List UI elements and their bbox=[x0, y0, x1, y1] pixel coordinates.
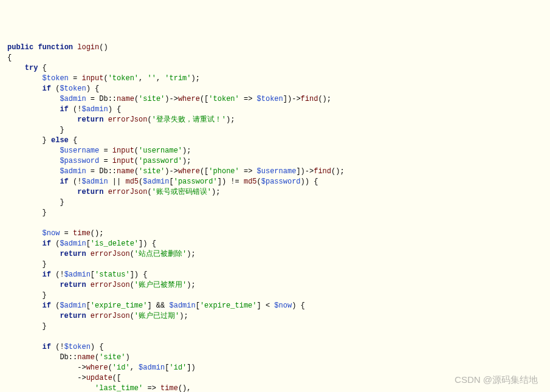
token-plain: ([ bbox=[200, 167, 208, 176]
token-k: public bbox=[7, 43, 33, 52]
token-k: try bbox=[25, 64, 38, 72]
token-v: $admin bbox=[60, 95, 86, 103]
token-plain: ); bbox=[187, 250, 195, 258]
token-plain: ( bbox=[134, 146, 139, 155]
token-plain: ( bbox=[51, 301, 60, 310]
token-plain bbox=[7, 64, 25, 72]
token-plain bbox=[7, 177, 60, 186]
token-v: $token bbox=[64, 343, 91, 351]
token-plain bbox=[103, 188, 108, 196]
token-f: where bbox=[178, 95, 200, 103]
token-plain: { bbox=[7, 53, 12, 62]
token-v: $password bbox=[261, 177, 301, 186]
token-f: update bbox=[86, 374, 112, 382]
token-plain: [ bbox=[170, 177, 174, 186]
token-plain: ( bbox=[130, 250, 134, 258]
token-f: md5 bbox=[125, 177, 139, 186]
token-v: $now bbox=[43, 229, 60, 238]
token-plain: = bbox=[69, 74, 82, 83]
token-plain: (); bbox=[91, 229, 104, 238]
token-v: $token bbox=[43, 74, 69, 83]
code-block: public function login() { try { $token =… bbox=[0, 41, 550, 392]
token-plain: ); bbox=[226, 115, 235, 124]
token-plain: { bbox=[38, 64, 46, 72]
token-s: 'site' bbox=[139, 95, 165, 103]
token-k: if bbox=[43, 301, 51, 310]
token-r: return bbox=[77, 115, 103, 124]
token-f: where bbox=[178, 167, 200, 176]
token-plain: ( bbox=[257, 177, 261, 186]
token-plain: } bbox=[7, 126, 64, 134]
token-k: if bbox=[60, 105, 68, 114]
token-plain bbox=[7, 146, 60, 155]
token-plain: = Db:: bbox=[86, 95, 117, 103]
token-plain: ); bbox=[182, 157, 191, 165]
token-k: if bbox=[43, 343, 51, 351]
token-v: $admin bbox=[64, 270, 91, 279]
token-v: $username bbox=[60, 146, 99, 155]
token-plain bbox=[86, 250, 91, 258]
token-plain: } bbox=[7, 208, 47, 217]
token-plain: ( bbox=[103, 74, 108, 83]
token-plain bbox=[7, 281, 60, 289]
token-plain: -> bbox=[7, 363, 86, 372]
token-v: $admin bbox=[139, 363, 165, 372]
token-plain bbox=[86, 281, 91, 289]
token-k: if bbox=[43, 270, 51, 279]
token-plain: } bbox=[7, 198, 64, 207]
token-s: '账户已被禁用' bbox=[134, 281, 187, 289]
token-plain bbox=[7, 188, 77, 196]
token-f: input bbox=[112, 157, 134, 165]
token-plain: { bbox=[69, 136, 77, 145]
token-f: errorJson bbox=[91, 250, 130, 258]
token-f: where bbox=[86, 363, 108, 372]
token-v: $now bbox=[274, 301, 292, 310]
token-plain: ]) bbox=[187, 363, 195, 372]
token-plain: ]) { bbox=[130, 270, 148, 279]
token-f: name bbox=[77, 353, 95, 362]
token-plain: ); bbox=[187, 281, 195, 289]
token-s: 'site' bbox=[99, 353, 125, 362]
token-k: function bbox=[38, 43, 73, 52]
token-plain bbox=[7, 384, 95, 392]
token-plain bbox=[7, 229, 43, 238]
token-plain: ]) != bbox=[218, 177, 244, 186]
token-plain: (), bbox=[178, 384, 191, 392]
token-s: 'token' bbox=[208, 95, 239, 103]
token-plain bbox=[103, 115, 108, 124]
token-plain: , bbox=[130, 363, 139, 372]
token-plain: ])-> bbox=[296, 167, 314, 176]
token-plain: ) { bbox=[91, 343, 104, 351]
token-f: find bbox=[314, 167, 331, 176]
token-plain bbox=[7, 157, 60, 165]
token-k: if bbox=[43, 84, 51, 93]
token-plain bbox=[7, 74, 43, 83]
token-plain: = bbox=[99, 157, 112, 165]
token-s: '账号或密码错误' bbox=[152, 188, 211, 196]
token-plain bbox=[7, 270, 43, 279]
token-f: find bbox=[301, 95, 318, 103]
token-plain: (! bbox=[51, 343, 64, 351]
token-plain bbox=[7, 105, 60, 114]
token-plain bbox=[7, 312, 60, 320]
token-plain: [ bbox=[86, 239, 91, 248]
watermark-text: CSDN @源码集结地 bbox=[455, 374, 538, 385]
token-plain: ] < bbox=[257, 301, 275, 310]
token-plain: Db:: bbox=[7, 353, 77, 362]
token-k: if bbox=[43, 239, 51, 248]
token-k: else bbox=[51, 136, 69, 145]
token-plain bbox=[7, 95, 60, 103]
token-v: $admin bbox=[60, 301, 86, 310]
token-plain: ] && bbox=[147, 301, 169, 310]
token-s: '' bbox=[147, 74, 156, 83]
token-v: $admin bbox=[60, 167, 86, 176]
token-plain: ); bbox=[182, 146, 191, 155]
token-plain: (! bbox=[51, 270, 64, 279]
token-f: name bbox=[117, 167, 134, 176]
token-r: return bbox=[60, 250, 86, 258]
token-plain: ( bbox=[130, 281, 134, 289]
token-plain: || bbox=[108, 177, 126, 186]
token-plain: (! bbox=[69, 177, 82, 186]
token-f: time bbox=[160, 384, 178, 392]
token-s: 'is_delete' bbox=[91, 239, 139, 248]
